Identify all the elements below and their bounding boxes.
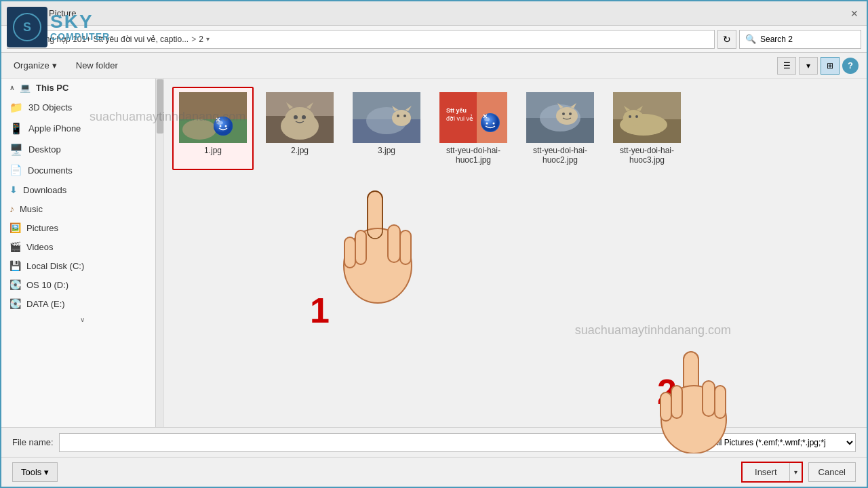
address-bar: 31.5.1Tổng hợp 101+ Stt yêu đời vui vẻ, … <box>1 26 867 53</box>
svg-point-49 <box>481 114 499 131</box>
svg-point-25 <box>225 125 227 127</box>
path-text-sub: 2 <box>199 35 203 44</box>
file-thumbnail-3 <box>353 92 420 143</box>
close-button[interactable]: ✕ <box>848 7 861 20</box>
svg-point-35 <box>302 115 306 119</box>
downloads-icon: ⬇ <box>9 184 18 195</box>
organize-label: Organize <box>14 60 50 70</box>
tools-arrow: ▾ <box>44 467 49 477</box>
file-area: 1.jpg <box>164 79 867 427</box>
documents-icon: 📄 <box>9 164 22 176</box>
svg-point-66 <box>623 110 644 126</box>
search-input[interactable] <box>760 35 842 44</box>
insert-picture-dialog: S SKY COMPUTER Insert Picture ✕ 31.5.1Tổ… <box>0 0 868 488</box>
title-bar: Insert Picture ✕ <box>1 1 867 26</box>
help-button[interactable]: ? <box>842 58 859 74</box>
view-dropdown-button[interactable]: ▾ <box>799 57 818 75</box>
svg-text:đời vui vẻ: đời vui vẻ <box>446 115 473 122</box>
new-folder-button[interactable]: New folder <box>72 58 122 73</box>
file-item-2[interactable]: 2.jpg <box>259 87 340 170</box>
svg-point-70 <box>635 115 638 118</box>
organize-button[interactable]: Organize ▾ <box>9 58 61 73</box>
svg-point-20 <box>182 119 216 140</box>
svg-point-58 <box>556 107 578 125</box>
file-item-1[interactable]: 1.jpg <box>172 87 254 170</box>
file-item-stt3[interactable]: stt-yeu-doi-hai-huoc3.jpg <box>606 87 688 170</box>
sky-logo-text: SKY COMPUTER <box>50 12 110 42</box>
iphone-icon: 📱 <box>9 122 23 135</box>
sidebar-item-pictures[interactable]: 🖼️ Pictures <box>1 218 163 237</box>
sidebar-item-label: Local Disk (C:) <box>26 261 84 271</box>
insert-button-group: Insert ▾ <box>741 462 803 483</box>
title-bar-title: Insert Picture <box>24 8 848 18</box>
view-grid-button[interactable]: ⊞ <box>821 57 840 75</box>
sidebar-item-label: Documents <box>28 165 73 176</box>
file-item-3[interactable]: 3.jpg <box>346 87 427 170</box>
pictures-icon: 🖼️ <box>9 222 21 233</box>
sidebar-item-downloads[interactable]: ⬇ Downloads <box>1 180 163 199</box>
folder-3d-icon: 📁 <box>9 101 23 114</box>
file-name-input[interactable] <box>59 433 701 452</box>
sky-logo-icon: S <box>7 7 47 47</box>
cancel-button[interactable]: Cancel <box>808 462 856 482</box>
sidebar-item-label: Downloads <box>23 185 66 195</box>
tools-label: Tools <box>21 467 41 477</box>
address-path[interactable]: 31.5.1Tổng hợp 101+ Stt yêu đời vui vẻ, … <box>7 30 715 49</box>
sidebar-item-3dobjects[interactable]: 📁 3D Objects <box>1 97 163 118</box>
sidebar-item-label: OS 10 (D:) <box>26 280 68 290</box>
sidebar-item-apple-iphone[interactable]: 📱 Apple iPhone <box>1 118 163 139</box>
svg-text:Stt yêu: Stt yêu <box>446 107 467 114</box>
svg-point-31 <box>281 113 319 140</box>
view-list-button[interactable]: ☰ <box>777 57 796 75</box>
sidebar-item-documents[interactable]: 📄 Documents <box>1 160 163 180</box>
sidebar-item-label: Pictures <box>26 223 58 233</box>
refresh-button[interactable]: ↻ <box>717 30 736 49</box>
file-thumbnail-1 <box>179 92 247 143</box>
desktop-icon: 🖥️ <box>9 143 23 156</box>
sidebar-section-this-pc[interactable]: ∧ 💻 This PC <box>1 79 163 97</box>
sidebar-item-os10-d[interactable]: 💽 OS 10 (D:) <box>1 275 163 294</box>
file-name-2: 2.jpg <box>291 146 309 155</box>
drive-e-icon: 💽 <box>9 298 21 309</box>
path-dropdown-button[interactable]: ▾ <box>206 35 210 43</box>
file-thumbnail-stt2 <box>526 92 594 143</box>
new-folder-label: New folder <box>76 60 118 70</box>
drive-c-icon: 💾 <box>9 260 21 271</box>
drive-d-icon: 💽 <box>9 279 21 290</box>
main-content: ∧ 💻 This PC 📁 3D Objects 📱 Apple iPhone … <box>1 79 867 427</box>
sidebar-item-label: Videos <box>26 242 54 252</box>
file-name-stt3: stt-yeu-doi-hai-huoc3.jpg <box>612 146 682 165</box>
sidebar-item-music[interactable]: ♪ Music <box>1 199 163 218</box>
computer-text: COMPUTER <box>50 31 110 42</box>
toolbar-right: ☰ ▾ ⊞ ? <box>777 57 859 75</box>
insert-button[interactable]: Insert <box>743 463 790 481</box>
svg-point-52 <box>493 123 495 125</box>
sidebar-item-label: Music <box>20 204 43 214</box>
sidebar-item-local-disk-c[interactable]: 💾 Local Disk (C:) <box>1 256 163 275</box>
search-icon: 🔍 <box>745 34 756 44</box>
tools-button[interactable]: Tools ▾ <box>12 462 58 482</box>
file-thumbnail-stt1: Stt yêu đời vui vẻ <box>439 92 507 143</box>
sky-text: SKY <box>50 12 110 31</box>
svg-text:S: S <box>23 20 31 34</box>
insert-dropdown-button[interactable]: ▾ <box>790 463 802 481</box>
sidebar-item-label: DATA (E:) <box>26 299 65 309</box>
sidebar-scrollbar[interactable] <box>155 79 163 427</box>
file-type-select[interactable]: All Pictures (*.emf;*.wmf;*.jpg;*j <box>707 433 856 452</box>
file-item-stt2[interactable]: stt-yeu-doi-hai-huoc2.jpg <box>519 87 601 170</box>
svg-point-22 <box>214 117 233 136</box>
svg-point-24 <box>220 125 222 127</box>
svg-point-43 <box>403 115 406 117</box>
sidebar-item-data-e[interactable]: 💽 DATA (E:) <box>1 294 163 313</box>
search-box: 🔍 <box>739 30 861 49</box>
sidebar-item-videos[interactable]: 🎬 Videos <box>1 237 163 256</box>
svg-point-34 <box>294 115 298 119</box>
sidebar-item-desktop[interactable]: 🖥️ Desktop <box>1 139 163 160</box>
file-item-stt1[interactable]: Stt yêu đời vui vẻ <box>433 87 514 170</box>
svg-point-42 <box>397 115 399 117</box>
sidebar-collapse-arrow: ∧ <box>9 84 14 92</box>
file-name-stt1: stt-yeu-doi-hai-huoc1.jpg <box>438 146 509 165</box>
sidebar-item-label: 3D Objects <box>28 102 72 113</box>
toolbar: Organize ▾ New folder ☰ ▾ ⊞ ? <box>1 53 867 79</box>
file-thumbnail-stt3 <box>613 92 681 143</box>
